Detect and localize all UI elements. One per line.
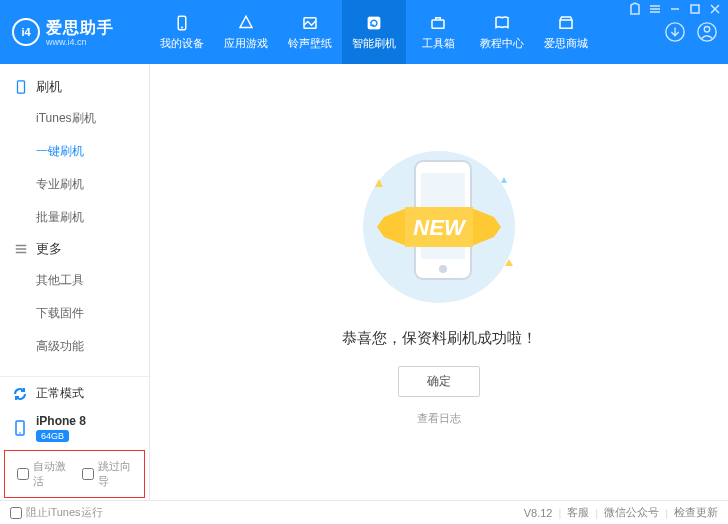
menu-icon <box>14 242 28 256</box>
nav-label: 应用游戏 <box>224 36 268 51</box>
svg-rect-9 <box>18 81 25 93</box>
sidebar-item-download[interactable]: 下载固件 <box>0 297 149 330</box>
image-icon <box>301 14 319 32</box>
svg-rect-8 <box>691 5 699 13</box>
support-link[interactable]: 客服 <box>567 505 589 520</box>
nav-label: 我的设备 <box>160 36 204 51</box>
mode-label: 正常模式 <box>36 385 84 402</box>
nav-my-device[interactable]: 我的设备 <box>150 0 214 64</box>
group-title: 刷机 <box>36 78 62 96</box>
svg-rect-4 <box>432 20 444 28</box>
sidebar-item-pro[interactable]: 专业刷机 <box>0 168 149 201</box>
svg-text:NEW: NEW <box>413 215 467 240</box>
nav-label: 工具箱 <box>422 36 455 51</box>
sync-icon <box>12 386 28 402</box>
cb-label: 自动激活 <box>33 459 68 489</box>
group-title: 更多 <box>36 240 62 258</box>
device-box[interactable]: iPhone 8 64GB <box>0 410 149 450</box>
checkbox-skip-guide[interactable]: 跳过向导 <box>82 459 133 489</box>
app-header: i4 爱思助手 www.i4.cn 我的设备 应用游戏 铃声壁纸 智能刷机 工具… <box>0 0 728 64</box>
logo: i4 爱思助手 www.i4.cn <box>0 18 150 47</box>
user-icon[interactable] <box>696 21 718 43</box>
wechat-link[interactable]: 微信公众号 <box>604 505 659 520</box>
ok-button[interactable]: 确定 <box>398 366 480 397</box>
body: 刷机 iTunes刷机 一键刷机 专业刷机 批量刷机 更多 其他工具 下载固件 … <box>0 64 728 500</box>
skin-icon[interactable] <box>628 2 642 16</box>
sidebar-item-othertools[interactable]: 其他工具 <box>0 264 149 297</box>
nav-flash[interactable]: 智能刷机 <box>342 0 406 64</box>
logo-text: 爱思助手 <box>46 18 114 39</box>
nav-label: 智能刷机 <box>352 36 396 51</box>
cb-label: 跳过向导 <box>98 459 133 489</box>
sidebar-item-itunes[interactable]: iTunes刷机 <box>0 102 149 135</box>
success-illustration: NEW <box>339 139 539 309</box>
storage-badge: 64GB <box>36 430 69 442</box>
sidebar-group-flash[interactable]: 刷机 <box>0 72 149 102</box>
apps-icon <box>237 14 255 32</box>
footer: 阻止iTunes运行 V8.12 | 客服 | 微信公众号 | 检查更新 <box>0 500 728 524</box>
download-icon[interactable] <box>664 21 686 43</box>
nav-apps[interactable]: 应用游戏 <box>214 0 278 64</box>
sidebar: 刷机 iTunes刷机 一键刷机 专业刷机 批量刷机 更多 其他工具 下载固件 … <box>0 64 150 500</box>
nav-label: 爱思商城 <box>544 36 588 51</box>
mode-box[interactable]: 正常模式 <box>0 376 149 410</box>
version-label: V8.12 <box>524 507 553 519</box>
close-icon[interactable] <box>708 2 722 16</box>
refresh-icon <box>365 14 383 32</box>
nav-shop[interactable]: 爱思商城 <box>534 0 598 64</box>
option-checkboxes: 自动激活 跳过向导 <box>4 450 145 498</box>
logo-icon: i4 <box>12 18 40 46</box>
sidebar-item-advanced[interactable]: 高级功能 <box>0 330 149 363</box>
svg-marker-14 <box>501 177 507 183</box>
sidebar-item-batch[interactable]: 批量刷机 <box>0 201 149 234</box>
menu-icon[interactable] <box>648 2 662 16</box>
main-content: NEW 恭喜您，保资料刷机成功啦！ 确定 查看日志 <box>150 64 728 500</box>
svg-point-11 <box>19 432 21 434</box>
svg-point-18 <box>439 265 447 273</box>
view-log-link[interactable]: 查看日志 <box>417 411 461 426</box>
device-phone-icon <box>12 420 28 436</box>
maximize-icon[interactable] <box>688 2 702 16</box>
phone-icon <box>173 14 191 32</box>
device-name: iPhone 8 <box>36 414 86 428</box>
header-actions <box>664 21 728 43</box>
cb-label: 阻止iTunes运行 <box>26 505 103 520</box>
nav-label: 教程中心 <box>480 36 524 51</box>
svg-point-7 <box>704 27 710 33</box>
shop-icon <box>557 14 575 32</box>
minimize-icon[interactable] <box>668 2 682 16</box>
window-controls <box>628 2 722 16</box>
phone-icon <box>14 80 28 94</box>
toolbox-icon <box>429 14 447 32</box>
checkbox-auto-activate[interactable]: 自动激活 <box>17 459 68 489</box>
svg-point-1 <box>181 26 183 28</box>
success-message: 恭喜您，保资料刷机成功啦！ <box>342 329 537 348</box>
svg-rect-3 <box>368 17 380 29</box>
nav-ringtone[interactable]: 铃声壁纸 <box>278 0 342 64</box>
checkbox-block-itunes[interactable]: 阻止iTunes运行 <box>10 505 103 520</box>
book-icon <box>493 14 511 32</box>
sidebar-item-oneclick[interactable]: 一键刷机 <box>0 135 149 168</box>
nav-tutorial[interactable]: 教程中心 <box>470 0 534 64</box>
update-link[interactable]: 检查更新 <box>674 505 718 520</box>
sidebar-group-more[interactable]: 更多 <box>0 234 149 264</box>
main-nav: 我的设备 应用游戏 铃声壁纸 智能刷机 工具箱 教程中心 爱思商城 <box>150 0 664 64</box>
nav-toolbox[interactable]: 工具箱 <box>406 0 470 64</box>
nav-label: 铃声壁纸 <box>288 36 332 51</box>
